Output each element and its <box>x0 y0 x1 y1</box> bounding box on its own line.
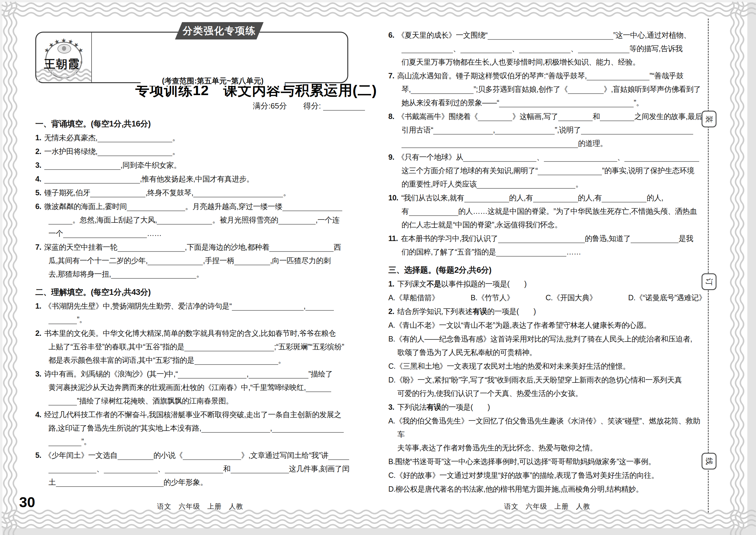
answer-blank[interactable] <box>184 341 274 352</box>
answer-blank[interactable] <box>48 436 81 446</box>
exam-scope: (考查范围:第五单元~第八单元) <box>141 76 285 86</box>
answer-blank[interactable] <box>127 201 185 211</box>
answer-blank[interactable] <box>234 255 270 265</box>
item-number: 8. <box>388 112 394 121</box>
answer-blank[interactable] <box>157 214 212 225</box>
answer-blank[interactable] <box>248 368 308 379</box>
item-number: 4. <box>35 175 41 183</box>
answer-blank[interactable] <box>409 206 458 216</box>
answer-blank[interactable] <box>98 146 172 156</box>
answer-blank[interactable] <box>463 152 537 162</box>
item-number: 5. <box>35 451 41 459</box>
answer-blank[interactable] <box>193 187 283 197</box>
category-badge: 分类强化专项练 <box>175 22 264 40</box>
answer-blank[interactable] <box>568 84 604 94</box>
answer-blank[interactable] <box>44 160 121 170</box>
binding-marker-1: 装 <box>702 111 716 127</box>
right-column: 6.《夏天里的成长》一文围绕“”这一中心,通过对植物、、、、等的描写,告诉我们夏… <box>388 28 706 496</box>
binding-line: 装订线 <box>708 18 709 513</box>
question-item: 11.在本册书的学习中,我们认识了的鲁迅,知道了是我们的国粹,了解了“五音”指的… <box>388 232 706 259</box>
item-number: 1. <box>35 302 41 310</box>
answer-blank[interactable] <box>625 152 699 162</box>
answer-blank[interactable] <box>478 111 512 121</box>
score-blank[interactable] <box>323 100 365 111</box>
answer-blank[interactable] <box>63 228 147 238</box>
question-item: 4.经过几代科技工作者的不懈奋斗,我国核潜艇事业不断取得突破,走出了一条自主创新… <box>35 408 365 448</box>
answer-blank[interactable] <box>48 314 77 324</box>
answer-blank[interactable] <box>519 43 570 53</box>
answer-blank[interactable] <box>631 233 679 243</box>
answer-blank[interactable] <box>602 192 647 203</box>
answer-blank[interactable] <box>183 450 241 460</box>
answer-blank[interactable] <box>278 214 316 225</box>
question-item: 2.结合所学知识,下列表述有误的一项是( ) <box>388 305 706 318</box>
answer-blank[interactable] <box>581 125 693 134</box>
answer-blank[interactable] <box>90 187 145 197</box>
item-number: 9. <box>388 153 394 161</box>
answer-blank[interactable] <box>269 241 334 252</box>
answer-blank[interactable] <box>48 395 77 406</box>
answer-blank[interactable] <box>305 300 334 311</box>
answer-blank[interactable] <box>48 214 73 225</box>
answer-blank[interactable] <box>433 125 493 134</box>
answer-blank[interactable] <box>194 355 278 365</box>
answer-blank[interactable] <box>111 268 196 279</box>
answer-blank[interactable] <box>495 125 555 134</box>
answer-blank[interactable] <box>460 43 512 53</box>
question-item: 3.诗中有画。刘禹锡的《浪淘沙》(其一)中,“,”描绘了黄河裹挟泥沙从天边奔腾而… <box>35 367 365 408</box>
answer-blank[interactable] <box>464 192 509 203</box>
item-number: 11. <box>388 234 398 242</box>
answer-blank[interactable] <box>558 111 593 121</box>
item-number: 7. <box>388 71 394 80</box>
answer-blank[interactable] <box>477 179 575 189</box>
answer-blank[interactable] <box>165 463 223 473</box>
logo-brand-name: 王朝霞® <box>36 57 91 72</box>
full-score-label: 满分:65分 <box>253 101 287 110</box>
emphasis-text: 有误 <box>472 307 487 316</box>
answer-blank[interactable] <box>401 138 578 148</box>
answer-blank[interactable] <box>44 174 140 183</box>
answer-blank[interactable] <box>201 423 270 433</box>
question-item: 1.《书湖阴先生壁》中,赞扬湖阴先生勤劳、爱洁净的诗句是“,”。 <box>35 299 365 326</box>
question-item: 1.下列课文不是以事件拟题的一项是( ) <box>388 277 706 291</box>
answer-blank[interactable] <box>56 477 164 487</box>
answer-blank[interactable] <box>538 165 602 175</box>
question-item: 1.无情未必真豪杰,。 <box>35 131 365 144</box>
question-item: 9.《只有一个地球》从、、这三个方面介绍了地球的有关知识,阐明了“”的事实,说明… <box>388 151 706 191</box>
answer-blank[interactable] <box>499 97 634 107</box>
question-item: 4.,惟有他发扬起来,中国才有真进步。 <box>35 172 365 186</box>
answer-blank[interactable] <box>118 241 185 252</box>
answer-blank[interactable] <box>600 111 634 121</box>
star-icon: ★ <box>61 37 67 44</box>
answer-blank[interactable] <box>178 368 247 379</box>
answer-blank[interactable] <box>328 450 349 460</box>
answer-blank[interactable] <box>118 450 154 460</box>
answer-blank[interactable] <box>578 43 629 53</box>
answer-blank[interactable] <box>148 255 203 265</box>
answer-blank[interactable] <box>306 382 331 392</box>
answer-blank[interactable] <box>533 192 578 203</box>
answer-blank[interactable] <box>282 201 342 211</box>
question-item: 8.《书戴嵩画牛》围绕着《》这幅画,写了和之间发生的故事,最后引用古语“,”,说… <box>388 110 706 150</box>
item-number: 2. <box>388 307 394 316</box>
registered-mark: ® <box>80 60 83 65</box>
item-number: 6. <box>35 202 41 211</box>
choice-option: B.围绕“书迷哥哥”这一中心来选择事例时,可以选择“哥哥帮助妈妈做家务”这一事例… <box>388 455 706 468</box>
footer-book-label-right: 语文 六年级 上册 人教 <box>388 502 706 511</box>
answer-blank[interactable] <box>232 300 304 311</box>
answer-blank[interactable] <box>104 463 158 473</box>
answer-blank[interactable] <box>231 463 289 473</box>
answer-blank[interactable] <box>587 70 650 80</box>
answer-blank[interactable] <box>272 423 344 433</box>
answer-blank[interactable] <box>411 84 474 94</box>
answer-blank[interactable] <box>498 233 585 243</box>
answer-blank[interactable] <box>488 30 613 40</box>
answer-blank[interactable] <box>401 43 453 53</box>
answer-blank[interactable] <box>544 152 617 162</box>
answer-blank[interactable] <box>98 132 172 142</box>
footer-book-label-left: 语文 六年级 上册 人教 <box>35 502 365 511</box>
question-item: 7.高山流水遇知音。锺子期这样赞叹伯牙的琴声:“善哉乎鼓琴,”“善哉乎鼓琴,”;… <box>388 69 706 109</box>
answer-blank[interactable] <box>496 246 566 257</box>
answer-blank[interactable] <box>48 463 96 473</box>
question-item: 6.微波粼粼的海面上,霎时间。月亮越升越高,穿过一缕一缕。忽然,海面上刮起了大风… <box>35 200 365 240</box>
